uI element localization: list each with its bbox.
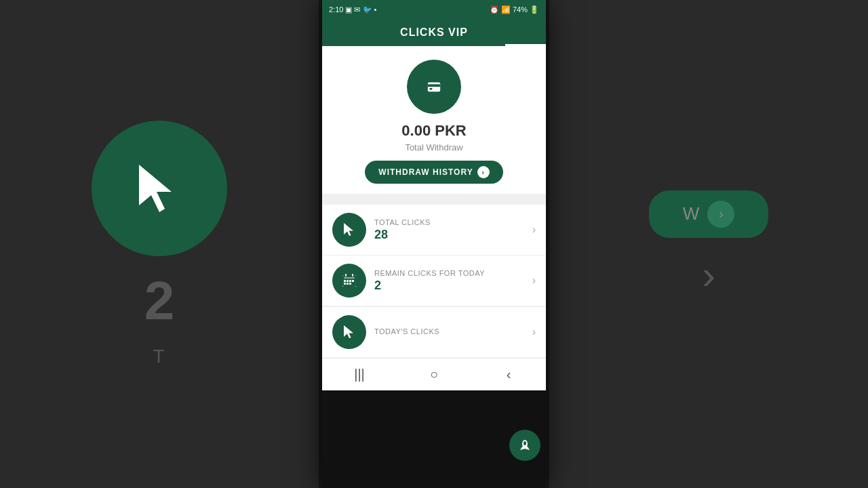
svg-rect-14 [352,274,353,277]
signal-icon: 📶 [501,5,511,14]
status-icons: ▣ ✉ 🐦 • [345,5,376,14]
nav-home-button[interactable]: ○ [414,361,454,388]
time-display: 2:10 [329,5,343,14]
bg-button-text: W [683,203,701,224]
svg-marker-0 [139,165,172,212]
svg-marker-24 [520,447,530,450]
svg-rect-1 [428,83,440,92]
total-clicks-value: 28 [374,228,532,242]
status-right: ⏰ 📶 74% 🔋 [490,5,539,14]
svg-rect-18 [352,280,354,282]
remain-clicks-icon-circle [332,264,366,298]
phone-frame: 2:10 ▣ ✉ 🐦 • ⏰ 📶 74% 🔋 CLICKS VIP [322,0,546,488]
bg-arrow-right: › [702,251,715,298]
svg-rect-3 [430,88,433,90]
svg-point-25 [524,441,526,445]
screenshot-container: 2 T W › › 2:10 ▣ ✉ 🐦 • ⏰ 📶 74% [0,0,868,488]
total-clicks-text: TOTAL CLICKS 28 [374,218,532,242]
home-circle-icon: ○ [430,367,438,382]
total-clicks-chevron: › [532,224,536,236]
todays-clicks-icon-circle [332,315,366,349]
stats-list: TOTAL CLICKS 28 › [322,205,546,358]
svg-rect-19 [344,283,346,285]
bg-left-panel: 2 T [0,0,319,488]
remain-clicks-text: REMAIN CLICKS FOR TODAY 2 [374,269,532,293]
cursor-icon [340,221,358,239]
main-content: 0.00 PKR Total Withdraw WITHDRAW HISTORY… [322,46,546,358]
calendar-icon [340,272,358,289]
status-left: 2:10 ▣ ✉ 🐦 • [329,5,376,14]
remain-clicks-value: 2 [374,279,532,293]
battery-display: 74% [513,5,528,14]
svg-rect-15 [344,280,346,282]
withdraw-btn-arrow: › [477,166,490,178]
svg-rect-16 [347,280,349,282]
todays-clicks-text: TODAY'S CLICKS [374,327,532,337]
svg-rect-20 [347,283,349,285]
total-clicks-icon-circle [332,213,366,247]
svg-marker-22 [344,325,353,338]
total-clicks-item[interactable]: TOTAL CLICKS 28 › [322,205,546,256]
bg-label: T [153,346,165,367]
todays-clicks-label: TODAY'S CLICKS [374,327,532,336]
remain-clicks-item[interactable]: REMAIN CLICKS FOR TODAY 2 › [322,256,546,306]
withdraw-btn-label: WITHDRAW HISTORY [378,167,473,177]
todays-cursor-icon [340,323,358,341]
withdraw-history-button[interactable]: WITHDRAW HISTORY › [365,161,502,184]
section-divider [322,195,546,205]
app-header: CLICKS VIP [322,19,546,46]
total-clicks-label: TOTAL CLICKS [374,218,532,226]
bg-button: W › [649,190,769,238]
status-bar: 2:10 ▣ ✉ 🐦 • ⏰ 📶 74% 🔋 [322,0,546,19]
svg-rect-17 [349,280,351,282]
menu-lines-icon: ||| [354,367,365,382]
remain-clicks-label: REMAIN CLICKS FOR TODAY [374,269,532,277]
header-underline [505,44,546,46]
battery-icon: 🔋 [530,5,539,14]
total-withdraw-label: Total Withdraw [405,142,462,152]
withdraw-section: 0.00 PKR Total Withdraw WITHDRAW HISTORY… [322,46,546,195]
alarm-icon: ⏰ [490,5,499,14]
svg-rect-12 [344,277,355,279]
svg-rect-2 [428,84,440,87]
back-chevron-icon: ‹ [507,367,511,382]
rocket-icon [517,438,532,453]
bg-cursor-circle [92,121,227,256]
header-title: CLICKS VIP [400,26,468,39]
svg-rect-13 [345,274,347,277]
svg-rect-21 [349,283,351,285]
withdraw-icon-circle [407,60,461,114]
nav-back-button[interactable]: ‹ [488,361,529,388]
bg-number: 2 [144,270,175,332]
todays-clicks-chevron: › [532,326,536,338]
bg-right-panel: W › › [549,0,868,488]
nav-menu-button[interactable]: ||| [339,361,380,388]
fab-button[interactable] [509,430,540,461]
remain-clicks-chevron: › [532,274,536,287]
withdraw-amount: 0.00 PKR [401,122,466,140]
bottom-nav: ||| ○ ‹ [322,358,546,390]
todays-clicks-item[interactable]: TODAY'S CLICKS › [322,306,546,358]
card-icon [427,79,441,94]
svg-marker-4 [344,223,353,236]
